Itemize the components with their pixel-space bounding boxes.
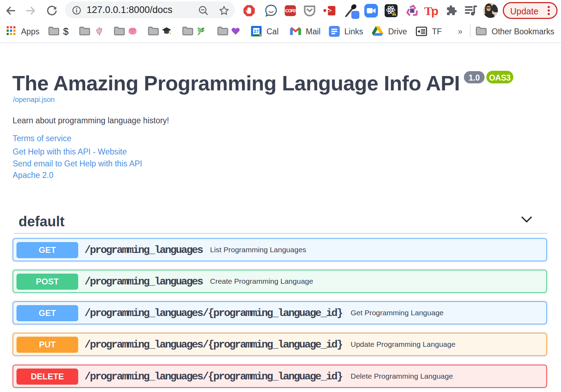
svg-text:27: 27	[254, 29, 259, 34]
